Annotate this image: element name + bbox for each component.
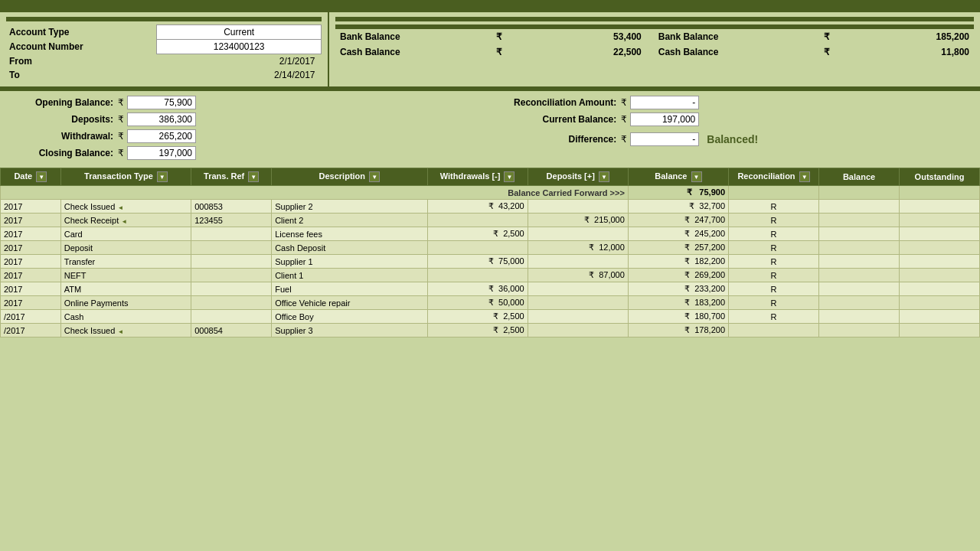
row-outstanding-9 xyxy=(900,324,980,337)
row-type-2: Card xyxy=(60,227,191,241)
table-row: 2017 Deposit Cash Deposit ₹ 12,000 ₹ 257… xyxy=(1,241,980,255)
account-label-3: To xyxy=(6,68,157,82)
row-date-6: 2017 xyxy=(1,282,61,296)
summary-right-label-0: Reconciliation Amount: xyxy=(509,97,616,108)
row-withdrawal-5 xyxy=(427,269,528,282)
row-ref-8 xyxy=(191,310,272,324)
row-recon-7: R xyxy=(729,296,819,310)
summary-right-sym-0: ₹ xyxy=(621,97,627,108)
account-label-2: From xyxy=(6,54,157,69)
row-date-3: 2017 xyxy=(1,241,61,255)
balance-info-header xyxy=(335,17,974,21)
row-balance-9: ₹ 178,200 xyxy=(628,324,728,337)
row-ref-3 xyxy=(191,241,272,255)
row-date-9: /2017 xyxy=(1,324,61,337)
table-header-8: Balance xyxy=(819,168,900,186)
row-desc-5: Client 1 xyxy=(272,269,427,282)
row-recon-1: R xyxy=(729,214,819,227)
account-value-0: Current xyxy=(157,25,322,40)
row-date-0: 2017 xyxy=(1,200,61,214)
dropdown-arrow-3[interactable]: ▼ xyxy=(369,171,380,182)
row-withdrawal-7: ₹ 50,000 xyxy=(427,296,528,310)
table-row: 2017 Check Receipt ◄ 123455 Client 2 ₹ 2… xyxy=(1,214,980,227)
row-balance2-9 xyxy=(819,324,900,337)
table-header-2: Trans. Ref ▼ xyxy=(191,168,272,186)
row-ref-0: 000853 xyxy=(191,200,272,214)
row-ref-5 xyxy=(191,269,272,282)
summary-left-sym-2: ₹ xyxy=(118,131,124,142)
row-balance-4: ₹ 182,200 xyxy=(628,255,728,269)
row-desc-1: Client 2 xyxy=(272,214,427,227)
balance-forward-empty2 xyxy=(819,186,900,200)
table-header-4: Withdrawals [-] ▼ xyxy=(427,168,528,186)
row-withdrawal-0: ₹ 43,200 xyxy=(427,200,528,214)
row-deposit-1: ₹ 215,000 xyxy=(528,214,628,227)
row-withdrawal-1 xyxy=(427,214,528,227)
row-balance2-3 xyxy=(819,241,900,255)
row-balance2-1 xyxy=(819,214,900,227)
row-date-8: /2017 xyxy=(1,310,61,324)
balance-forward-label: Balance Carried Forward >>> xyxy=(1,186,629,200)
row-deposit-7 xyxy=(528,296,628,310)
row-balance2-0 xyxy=(819,200,900,214)
account-value-2: 2/1/2017 xyxy=(157,54,322,69)
balance-forward-empty3 xyxy=(900,186,980,200)
table-row: /2017 Cash Office Boy ₹ 2,500 ₹ 180,700 … xyxy=(1,310,980,324)
row-recon-3: R xyxy=(729,241,819,255)
row-outstanding-1 xyxy=(900,214,980,227)
row-balance-0: ₹ 32,700 xyxy=(628,200,728,214)
row-date-4: 2017 xyxy=(1,255,61,269)
dropdown-arrow-7[interactable]: ▼ xyxy=(799,171,810,182)
row-recon-4: R xyxy=(729,255,819,269)
balance-val-close-1: 11,800 xyxy=(854,44,974,60)
table-header-3: Description ▼ xyxy=(272,168,427,186)
table-row: 2017 Check Issued ◄ 000853 Supplier 2 ₹ … xyxy=(1,200,980,214)
summary-left-label-3: Closing Balance: xyxy=(6,148,113,158)
account-value-3: 2/14/2017 xyxy=(157,68,322,82)
row-ref-1: 123455 xyxy=(191,214,272,227)
row-recon-2: R xyxy=(729,227,819,241)
summary-left-sym-3: ₹ xyxy=(118,148,124,158)
row-deposit-9 xyxy=(528,324,628,337)
row-ref-9: 000854 xyxy=(191,324,272,337)
row-withdrawal-9: ₹ 2,500 xyxy=(427,324,528,337)
account-info-header xyxy=(6,17,322,21)
row-deposit-8 xyxy=(528,310,628,324)
row-withdrawal-2: ₹ 2,500 xyxy=(427,227,528,241)
dropdown-arrow-6[interactable]: ▼ xyxy=(691,171,702,182)
table-header-5: Deposits [+] ▼ xyxy=(528,168,628,186)
row-ref-6 xyxy=(191,282,272,296)
balance-label-open-0: Bank Balance xyxy=(335,29,492,44)
row-balance2-6 xyxy=(819,282,900,296)
row-recon-9 xyxy=(729,324,819,337)
summary-left-val-2: 265,200 xyxy=(127,129,196,143)
row-balance-6: ₹ 233,200 xyxy=(628,282,728,296)
summary-right-label-1: Current Balance: xyxy=(509,114,616,125)
dropdown-arrow-5[interactable]: ▼ xyxy=(599,171,609,182)
row-outstanding-7 xyxy=(900,296,980,310)
summary-right-label-3: Difference: xyxy=(509,134,616,145)
summary-left-label-1: Deposits: xyxy=(6,114,113,125)
row-type-6: ATM xyxy=(60,282,191,296)
row-outstanding-4 xyxy=(900,255,980,269)
dropdown-arrow-1[interactable]: ▼ xyxy=(157,171,168,182)
balance-val-open-0: 53,400 xyxy=(526,29,646,44)
summary-left-sym-0: ₹ xyxy=(118,97,124,108)
table-header-9: Outstanding xyxy=(900,168,980,186)
row-outstanding-8 xyxy=(900,310,980,324)
summary-left-val-0: 75,900 xyxy=(127,96,196,109)
row-outstanding-2 xyxy=(900,227,980,241)
row-type-1: Check Receipt ◄ xyxy=(60,214,191,227)
row-outstanding-5 xyxy=(900,269,980,282)
dropdown-arrow-2[interactable]: ▼ xyxy=(248,171,259,182)
summary-right-val-0: - xyxy=(630,96,699,109)
row-type-5: NEFT xyxy=(60,269,191,282)
dropdown-arrow-4[interactable]: ▼ xyxy=(504,171,514,182)
table-header-6: Balance ▼ xyxy=(628,168,728,186)
row-outstanding-6 xyxy=(900,282,980,296)
balance-sym-close-1: ₹ xyxy=(819,44,854,60)
row-type-4: Transfer xyxy=(60,255,191,269)
dropdown-arrow-0[interactable]: ▼ xyxy=(36,171,47,182)
table-row: 2017 Card License fees ₹ 2,500 ₹ 245,200… xyxy=(1,227,980,241)
table-header-1: Transaction Type ▼ xyxy=(60,168,191,186)
